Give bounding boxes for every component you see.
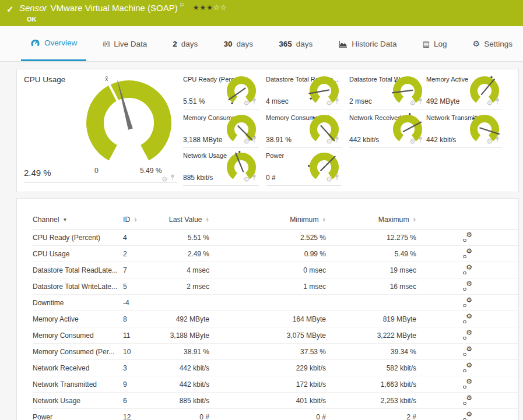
gear-icon[interactable]: ⚙ bbox=[326, 138, 332, 145]
pin-icon[interactable] bbox=[418, 135, 423, 145]
channel-settings-icon[interactable]: ⚙ bbox=[463, 234, 472, 241]
column-header-maximum[interactable]: Maximum▲▼ bbox=[326, 216, 416, 224]
table-body: CPU Ready (Percent)45.51 %2.525 %12.275 … bbox=[33, 230, 518, 420]
sort-both-icon: ▲▼ bbox=[413, 217, 416, 223]
channel-settings-icon[interactable]: ⚙ bbox=[463, 364, 472, 372]
gauge-action-icons[interactable]: ⚙ bbox=[409, 135, 423, 145]
pin-icon[interactable] bbox=[418, 96, 423, 107]
channel-row-network-transmitted[interactable]: Network Transmitted9442 kbit/s172 kbit/s… bbox=[33, 376, 518, 393]
channel-row-cpu-usage[interactable]: CPU Usage22.49 %0.99 %5.49 %⚙ bbox=[33, 246, 518, 262]
gauge-memory-active[interactable]: Memory Active492 MByte⚙ bbox=[426, 74, 502, 110]
channel-last-value: 4 msec bbox=[151, 266, 209, 274]
gear-icon[interactable]: ⚙ bbox=[486, 100, 493, 107]
gauge-network-usage[interactable]: Network Usage885 kbit/s⚙ bbox=[183, 150, 259, 186]
gear-icon[interactable]: ⚙ bbox=[243, 138, 250, 145]
channel-row-power[interactable]: Power120 #0 #2 #⚙ bbox=[33, 409, 518, 420]
channel-id: 9 bbox=[123, 380, 151, 389]
channel-row-network-received[interactable]: Network Received3442 kbit/s229 kbit/s582… bbox=[33, 360, 518, 376]
tab-settings[interactable]: ⚙Settings bbox=[464, 26, 522, 61]
status-ok-check-icon: ✓ bbox=[6, 4, 14, 15]
channel-settings-icon[interactable]: ⚙ bbox=[463, 283, 472, 290]
gauge-power[interactable]: Power0 #⚙ bbox=[266, 150, 342, 186]
channel-settings-icon[interactable]: ⚙ bbox=[463, 413, 472, 420]
gear-icon[interactable]: ⚙ bbox=[326, 100, 332, 107]
tab-historic-data[interactable]: Historic Data bbox=[329, 26, 406, 61]
tab-30-days[interactable]: 30days bbox=[214, 26, 262, 61]
gauge-network-received[interactable]: Network Received442 kbit/s⚙ bbox=[349, 112, 425, 148]
pin-icon[interactable] bbox=[335, 96, 339, 107]
channel-row-datastore-total-readlate[interactable]: Datastore Total ReadLate...74 msec0 msec… bbox=[33, 262, 518, 278]
pin-icon[interactable] bbox=[252, 172, 257, 183]
channel-maximum: 12.275 % bbox=[326, 234, 416, 242]
channel-row-downtime[interactable]: Downtime-4⚙ bbox=[33, 295, 518, 311]
channel-row-datastore-total-writelate[interactable]: Datastore Total WriteLate...52 msec1 mse… bbox=[33, 278, 518, 295]
channel-settings-icon[interactable]: ⚙ bbox=[463, 266, 472, 274]
star-filled-icon[interactable]: ★ bbox=[206, 3, 213, 12]
gauge-action-icons[interactable]: ⚙ bbox=[243, 172, 257, 183]
column-header-id[interactable]: ID▲▼ bbox=[123, 216, 151, 224]
gauge-datastore-total-readla[interactable]: Datastore Total ReadLa...4 msec⚙ bbox=[266, 74, 342, 110]
channel-row-cpu-ready-percent[interactable]: CPU Ready (Percent)45.51 %2.525 %12.275 … bbox=[33, 230, 518, 246]
tab-log[interactable]: ▤Log bbox=[413, 26, 457, 61]
channel-id: 8 bbox=[123, 315, 151, 323]
pin-icon[interactable] bbox=[335, 172, 339, 183]
gear-icon[interactable]: ⚙ bbox=[409, 138, 416, 145]
pin-icon[interactable] bbox=[495, 96, 500, 107]
gear-icon[interactable]: ⚙ bbox=[486, 138, 493, 145]
star-filled-icon[interactable]: ★ bbox=[199, 3, 206, 12]
gear-icon[interactable]: ⚙ bbox=[409, 100, 416, 107]
tab-365-days[interactable]: 365days bbox=[269, 26, 322, 61]
gauge-value: 38.91 % bbox=[266, 136, 292, 144]
column-header-last-value[interactable]: Last Value▲▼ bbox=[151, 216, 209, 224]
gear-icon[interactable]: ⚙ bbox=[243, 100, 250, 107]
channel-settings-icon[interactable]: ⚙ bbox=[463, 299, 472, 306]
gear-icon[interactable]: ⚙ bbox=[326, 176, 332, 183]
pin-icon[interactable] bbox=[335, 135, 339, 145]
gauge-action-icons[interactable]: ⚙ bbox=[486, 135, 500, 145]
channel-settings-icon[interactable]: ⚙ bbox=[463, 331, 472, 339]
channel-settings-icon[interactable]: ⚙ bbox=[463, 380, 472, 388]
channel-row-memory-consumed[interactable]: Memory Consumed113,188 MByte3,075 MByte3… bbox=[33, 327, 518, 344]
star-filled-icon[interactable]: ★ bbox=[193, 3, 200, 12]
gauge-datastore-total-writel[interactable]: Datastore Total WriteL...2 msec⚙ bbox=[349, 74, 425, 110]
pin-icon[interactable] bbox=[252, 135, 257, 145]
channel-settings-icon[interactable]: ⚙ bbox=[463, 315, 472, 323]
gauge-action-icons[interactable]: ⚙ bbox=[486, 96, 500, 107]
channel-settings-icon[interactable]: ⚙ bbox=[463, 250, 472, 257]
star-empty-icon[interactable]: ☆ bbox=[213, 3, 220, 12]
gear-icon[interactable]: ⚙ bbox=[243, 176, 250, 183]
gauge-cpu-ready-percent[interactable]: CPU Ready (Percent)5.51 %⚙ bbox=[183, 74, 259, 110]
rating-stars[interactable]: ★★★☆☆ bbox=[193, 3, 227, 12]
gear-dot bbox=[463, 337, 466, 340]
gauge-memory-consumed[interactable]: Memory Consumed3,188 MByte⚙ bbox=[183, 112, 259, 148]
column-header-minimum[interactable]: Minimum▲▼ bbox=[209, 216, 326, 224]
channel-last-value: 5.51 % bbox=[151, 234, 209, 242]
channel-settings-icon[interactable]: ⚙ bbox=[463, 348, 472, 355]
gauge-action-icons[interactable]: ⚙ bbox=[326, 172, 339, 183]
flag-icon[interactable]: ⚐ bbox=[180, 2, 185, 8]
tab-live-data[interactable]: ((•))Live Data bbox=[93, 26, 156, 61]
channel-minimum: 37.53 % bbox=[209, 348, 326, 356]
gauge-memory-consumed-p[interactable]: Memory Consumed (P...38.91 %⚙ bbox=[266, 112, 342, 148]
tab-number: 365 bbox=[279, 40, 292, 48]
tab-overview[interactable]: Overview bbox=[21, 26, 86, 61]
channel-row-memory-consumed-per[interactable]: Memory Consumed (Per...1038.91 %37.53 %3… bbox=[33, 344, 518, 360]
gear-glyph: ⚙ bbox=[466, 313, 472, 320]
object-kind-label: Sensor bbox=[19, 3, 47, 13]
star-empty-icon[interactable]: ☆ bbox=[220, 3, 227, 12]
tab-label: Historic Data bbox=[352, 40, 396, 48]
tab-2-days[interactable]: 2days bbox=[163, 26, 207, 61]
pin-icon[interactable] bbox=[495, 135, 500, 145]
column-header-channel[interactable]: Channel▼ bbox=[33, 216, 123, 224]
channel-row-memory-active[interactable]: Memory Active8492 MByte164 MByte819 MByt… bbox=[33, 311, 518, 327]
channel-row-network-usage[interactable]: Network Usage6885 kbit/s401 kbit/s2,253 … bbox=[33, 393, 518, 409]
gauge-action-icons[interactable]: ⚙ bbox=[243, 96, 257, 107]
gauge-action-icons[interactable]: ⚙ bbox=[409, 96, 423, 107]
gauge-action-icons[interactable]: ⚙ bbox=[326, 96, 339, 107]
gauge-action-icons[interactable]: ⚙ bbox=[243, 135, 257, 145]
gauge-network-transmitted[interactable]: Network Transmitted442 kbit/s⚙ bbox=[426, 112, 502, 148]
pin-icon[interactable] bbox=[252, 96, 257, 107]
channel-settings-icon[interactable]: ⚙ bbox=[463, 397, 472, 404]
gauge-action-icons[interactable]: ⚙ bbox=[326, 135, 339, 145]
channel-id: 11 bbox=[123, 331, 151, 340]
